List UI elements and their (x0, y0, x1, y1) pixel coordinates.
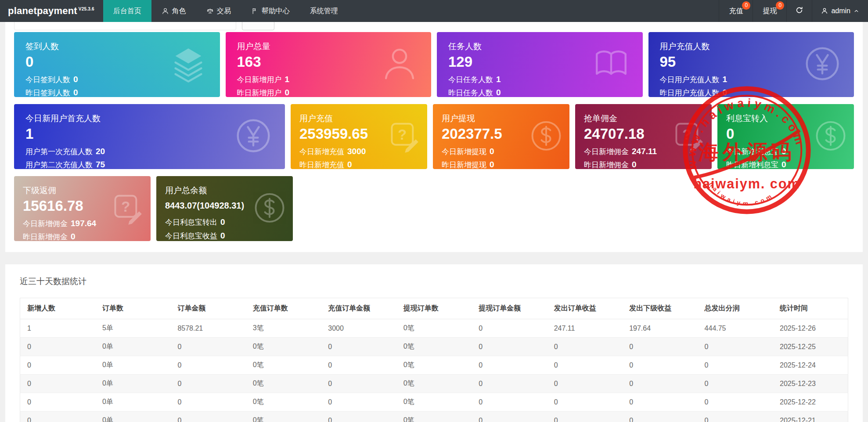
table-cell: 0 (472, 411, 547, 422)
menu-item-label: 角色 (172, 7, 186, 16)
svg-text:?: ? (121, 198, 130, 215)
stat-card: 任务人数129今日任务人数1昨日任务人数0 (437, 32, 643, 97)
table-cell: 2025-12-23 (773, 375, 848, 393)
table-cell: 0 (20, 375, 95, 393)
table-cell: 0 (20, 356, 95, 375)
chevron-up-icon (854, 8, 859, 14)
table-cell: 444.75 (698, 319, 773, 338)
table-cell: 0笔 (396, 375, 472, 393)
card-subline: 昨日新增佣金0 (584, 159, 703, 169)
person-icon (162, 7, 169, 15)
refresh-button[interactable] (786, 0, 812, 22)
column-header: 总发出分润 (698, 298, 773, 319)
menu-item-roles[interactable]: 角色 (151, 0, 196, 22)
navbar: planetpayment V25.3.6 后台首页角色交易帮助中心系统管理 充… (0, 0, 868, 22)
table-cell: 0 (698, 411, 773, 422)
stat-card: 用户总量163今日新增用户1昨日新增用户0 (226, 32, 432, 97)
table-cell: 0 (321, 338, 396, 356)
section-title: 近三十天数据统计 (20, 276, 848, 287)
svg-text:?: ? (682, 126, 691, 143)
user-icon (821, 7, 828, 14)
stat-card: 今日新用户首充人数1用户第一次充值人数20用户第二次充值人数75 (14, 104, 285, 169)
table-cell: 0单 (95, 411, 170, 422)
table-cell: 2025-12-26 (773, 319, 848, 338)
menu-item-label: 系统管理 (310, 7, 338, 16)
table-cell: 0笔 (396, 319, 472, 338)
stat-card: 用户充值253959.65今日新增充值3000昨日新增充值0? (291, 104, 427, 169)
yen-icon (233, 116, 274, 157)
table-cell: 0单 (95, 375, 170, 393)
table-cell: 0 (321, 411, 396, 422)
username-label: admin (831, 7, 850, 15)
table-cell: 0笔 (246, 356, 321, 375)
table-cell: 2025-12-21 (773, 411, 848, 422)
card-subline: 昨日新增提现0 (442, 159, 561, 169)
card-subline: 昨日新增用户0 (237, 87, 420, 97)
table-cell: 0 (472, 338, 547, 356)
table-cell: 2025-12-25 (773, 338, 848, 356)
table-cell: 0笔 (246, 338, 321, 356)
table-cell: 0 (170, 393, 245, 411)
dollar-icon (528, 119, 564, 155)
table-cell: 1 (20, 319, 95, 338)
refresh-icon (795, 6, 803, 16)
menu-item-trade[interactable]: 交易 (196, 0, 241, 22)
table-row: 00单00笔00笔00002025-12-23 (20, 375, 848, 393)
table-cell: 0 (547, 411, 622, 422)
table-cell: 0 (321, 393, 396, 411)
yen-icon (802, 44, 843, 85)
edit-icon: ? (109, 191, 145, 227)
action-withdraw-button[interactable]: 提现0 (753, 0, 786, 22)
table-cell: 0 (698, 375, 773, 393)
card-subline: 昨日签到人数0 (25, 87, 209, 97)
navbar-right: 充值0提现0 admin (719, 0, 868, 22)
table-cell: 0 (547, 356, 622, 375)
table-cell: 3笔 (246, 319, 321, 338)
column-header: 发出订单收益 (547, 298, 622, 319)
stat-card: 利息宝转入0今日新增利息宝0昨日新增利息宝0 (717, 104, 854, 169)
table-cell: 0 (547, 393, 622, 411)
table-cell: 0 (472, 319, 547, 338)
action-label: 提现 (763, 7, 777, 16)
main-menu: 后台首页角色交易帮助中心系统管理 (103, 0, 348, 22)
app-logo[interactable]: planetpayment V25.3.6 (0, 0, 103, 22)
card-subline: 今日利息宝收益0 (165, 230, 284, 241)
table-cell: 0 (547, 338, 622, 356)
column-header: 提现订单数 (396, 298, 472, 319)
table-cell: 3000 (321, 319, 396, 338)
menu-item-help[interactable]: 帮助中心 (241, 0, 300, 22)
table-cell: 0 (698, 338, 773, 356)
toolbar-input-partial[interactable] (14, 22, 236, 30)
column-header: 提现订单金额 (472, 298, 547, 319)
table-cell: 0 (321, 356, 396, 375)
table-cell: 0笔 (396, 356, 472, 375)
table-cell: 5单 (95, 319, 170, 338)
table-cell: 0笔 (396, 411, 472, 422)
menu-item-home[interactable]: 后台首页 (103, 0, 151, 22)
table-cell: 0笔 (246, 411, 321, 422)
column-header: 订单数 (95, 298, 170, 319)
table-cell: 0 (20, 393, 95, 411)
table-cell: 0笔 (396, 393, 472, 411)
stat-cards-row: 今日新用户首充人数1用户第一次充值人数20用户第二次充值人数75用户充值2539… (14, 104, 854, 169)
stats-panel: 签到人数0今日签到人数0昨日签到人数0用户总量163今日新增用户1昨日新增用户0… (5, 22, 863, 252)
table-cell: 0 (698, 356, 773, 375)
person-icon (379, 44, 420, 85)
brand-name: planetpayment (8, 5, 77, 17)
stat-cards-grid: 签到人数0今日签到人数0昨日签到人数0用户总量163今日新增用户1昨日新增用户0… (5, 32, 863, 241)
table-cell: 0 (472, 375, 547, 393)
menu-item-system[interactable]: 系统管理 (300, 0, 348, 22)
menu-item-label: 帮助中心 (262, 7, 290, 16)
toolbar-button-partial[interactable] (242, 22, 274, 30)
scales-icon (206, 7, 214, 15)
action-recharge-button[interactable]: 充值0 (719, 0, 753, 22)
column-header: 新增人数 (20, 298, 95, 319)
table-cell: 0 (20, 411, 95, 422)
stats-table: 新增人数订单数订单金额充值订单数充值订单金额提现订单数提现订单金额发出订单收益发… (20, 298, 848, 422)
table-cell: 0笔 (246, 393, 321, 411)
user-menu[interactable]: admin (812, 0, 868, 22)
column-header: 发出下级收益 (622, 298, 697, 319)
table-cell: 0 (170, 411, 245, 422)
table-row: 15单8578.213笔30000笔0247.11197.64444.75202… (20, 319, 848, 338)
menu-item-label: 后台首页 (113, 7, 141, 16)
